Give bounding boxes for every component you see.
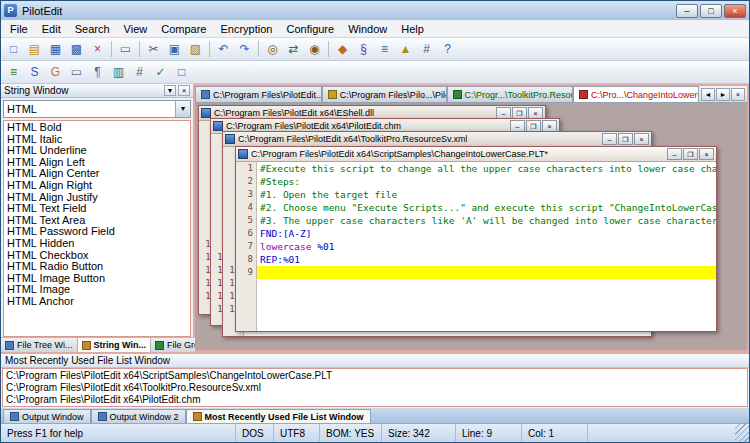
help-button[interactable]: ?	[438, 40, 457, 59]
child-restore-button[interactable]: ❐	[683, 148, 698, 160]
string-list-item[interactable]: HTML Radio Button	[4, 261, 190, 273]
child-restore-button[interactable]: ❐	[618, 133, 633, 145]
sidebar-tab-2[interactable]: String Win...	[78, 338, 151, 352]
code-line[interactable]	[257, 266, 716, 279]
tab-scroll-right-button[interactable]: ►	[716, 88, 730, 101]
document-tab-2[interactable]: C:\Program Files\Pilo...\PilotEdit.chm	[322, 86, 447, 102]
compare-button[interactable]: ≡	[375, 40, 394, 59]
active-code[interactable]: #Execute this script to change all the u…	[257, 162, 716, 331]
hex-mode-button[interactable]: #	[417, 40, 436, 59]
recent-file-item[interactable]: C:\Program Files\PilotEdit x64\PilotEdit…	[3, 394, 747, 406]
code-line[interactable]: FND:[A-Z]	[260, 227, 716, 240]
redo-button[interactable]: ↷	[235, 40, 254, 59]
column-mode-button[interactable]: ▥	[109, 63, 128, 82]
status-spare	[588, 424, 735, 442]
encrypt-button[interactable]: ▲	[396, 40, 415, 59]
maximize-button[interactable]: □	[700, 4, 722, 18]
replace-icon: ⇄	[288, 43, 298, 55]
bottom-tab-2[interactable]: Output Window 2	[91, 409, 186, 423]
menu-search-button[interactable]: Search	[68, 21, 117, 37]
string-category-dropdown[interactable]: HTML ▼	[3, 100, 191, 118]
menu-help-button[interactable]: Help	[394, 21, 431, 37]
title-bar[interactable]: P PilotEdit – □ ×	[1, 1, 749, 20]
line-number: 8	[236, 253, 253, 266]
code-line[interactable]: REP:%01	[260, 253, 716, 266]
new-file-button[interactable]: □	[4, 40, 23, 59]
line-numbers-icon: #	[136, 66, 143, 78]
bottom-tabs: Output WindowOutput Window 2Most Recentl…	[1, 408, 749, 423]
save-all-button[interactable]: ▩	[67, 40, 86, 59]
output-window-button[interactable]: ▭	[67, 63, 86, 82]
menu-bar: FileEditSearchViewCompareEncryptionConfi…	[1, 20, 749, 38]
menu-encryption-button[interactable]: Encryption	[213, 21, 279, 37]
toolbar-separator	[139, 41, 140, 57]
code-line[interactable]: #Execute this script to change all the u…	[260, 162, 716, 175]
menu-compare-button[interactable]: Compare	[154, 21, 213, 37]
word-wrap-button[interactable]: ¶	[88, 63, 107, 82]
document-icon	[238, 149, 248, 159]
document-tab-3[interactable]: C:\Progr...\ToolkitPro.ResourceSv.xml	[447, 86, 573, 102]
menu-configure-button[interactable]: Configure	[279, 21, 341, 37]
status-line-indicator: Line: 9	[456, 424, 522, 442]
full-screen-button[interactable]: □	[172, 63, 191, 82]
bookmark-button[interactable]: ◆	[333, 40, 352, 59]
bottom-tab-1[interactable]: Output Window	[3, 409, 91, 423]
recent-file-item[interactable]: C:\Program Files\PilotEdit x64\ToolkitPr…	[3, 382, 747, 394]
document-tab-4[interactable]: C:\Pro...\ChangeIntoLowerCase.PLT*	[573, 86, 699, 102]
close-button[interactable]: ×	[724, 4, 746, 18]
bottom-tab-3[interactable]: Most Recently Used File List Window	[186, 409, 371, 423]
minimize-button[interactable]: –	[676, 4, 698, 18]
code-line[interactable]: #3. The upper case characters like 'A' w…	[260, 214, 716, 227]
recent-file-item[interactable]: C:\Program Files\PilotEdit x64\ScriptSam…	[3, 370, 747, 382]
print-button[interactable]: ▭	[116, 40, 135, 59]
save-button[interactable]: ▦	[46, 40, 65, 59]
line-numbers-button[interactable]: #	[130, 63, 149, 82]
string-list-item[interactable]: HTML Text Field	[4, 203, 190, 215]
child-title-bar[interactable]: C:\Program Files\PilotEdit x64\ToolkitPr…	[223, 132, 651, 147]
child-close-button[interactable]: ×	[634, 133, 649, 145]
document-tab-1[interactable]: C:\Program Files\PilotEdit...\EShell.dll	[195, 86, 322, 102]
close-file-button[interactable]: ×	[88, 40, 107, 59]
child-title-bar[interactable]: C:\Program Files\PilotEdit x64\ScriptSam…	[236, 147, 716, 162]
child-minimize-button[interactable]: –	[602, 133, 617, 145]
replace-button[interactable]: ⇄	[284, 40, 303, 59]
tab-close-button[interactable]: ×	[731, 88, 745, 101]
find-in-files-button[interactable]: ◉	[305, 40, 324, 59]
scripts-button[interactable]: §	[354, 40, 373, 59]
menu-file-button[interactable]: File	[3, 21, 35, 37]
string-window-button[interactable]: S	[25, 63, 44, 82]
sidebar-tab-1[interactable]: File Tree Wi...	[1, 338, 78, 352]
menu-window-button[interactable]: Window	[341, 21, 394, 37]
string-list-item[interactable]: HTML Anchor	[4, 296, 190, 308]
document-window-plt-active[interactable]: C:\Program Files\PilotEdit x64\ScriptSam…	[235, 146, 717, 332]
resize-grip[interactable]	[735, 424, 749, 442]
tab-scroll-left-button[interactable]: ◄	[701, 88, 715, 101]
chevron-down-icon[interactable]: ▼	[175, 101, 190, 117]
paste-button[interactable]: ▧	[186, 40, 205, 59]
file-group-window-button[interactable]: G	[46, 63, 65, 82]
open-file-button[interactable]: ▤	[25, 40, 44, 59]
code-token: #3. The upper case characters like 'A' w…	[260, 215, 716, 226]
panel-close-button[interactable]: ×	[178, 85, 190, 96]
copy-button[interactable]: ▣	[165, 40, 184, 59]
syntax-check-button[interactable]: ✓	[151, 63, 170, 82]
menu-view-button[interactable]: View	[117, 21, 155, 37]
string-list-item[interactable]: HTML Hidden	[4, 238, 190, 250]
string-list-item[interactable]: HTML Bold	[4, 122, 190, 134]
menu-edit-button[interactable]: Edit	[35, 21, 68, 37]
undo-button[interactable]: ↶	[214, 40, 233, 59]
file-tree-window-button[interactable]: ≡	[4, 63, 23, 82]
toolbar-separator	[111, 41, 112, 57]
child-close-button[interactable]: ×	[699, 148, 714, 160]
cut-button[interactable]: ✂	[144, 40, 163, 59]
find-button[interactable]: ◎	[263, 40, 282, 59]
code-line[interactable]: lowercase %01	[260, 240, 716, 253]
panel-tab-icon	[10, 412, 19, 421]
code-line[interactable]: #1. Open the target file	[260, 188, 716, 201]
child-minimize-button[interactable]: –	[667, 148, 682, 160]
code-line[interactable]: #2. Choose menu "Execute Scripts..." and…	[260, 201, 716, 214]
panel-menu-button[interactable]: ▾	[164, 85, 176, 96]
string-list-item[interactable]: HTML Align Right	[4, 180, 190, 192]
mdi-area: C:\Program Files\PilotEdit...\EShell.dll…	[195, 84, 749, 352]
code-line[interactable]: #Steps:	[260, 175, 716, 188]
